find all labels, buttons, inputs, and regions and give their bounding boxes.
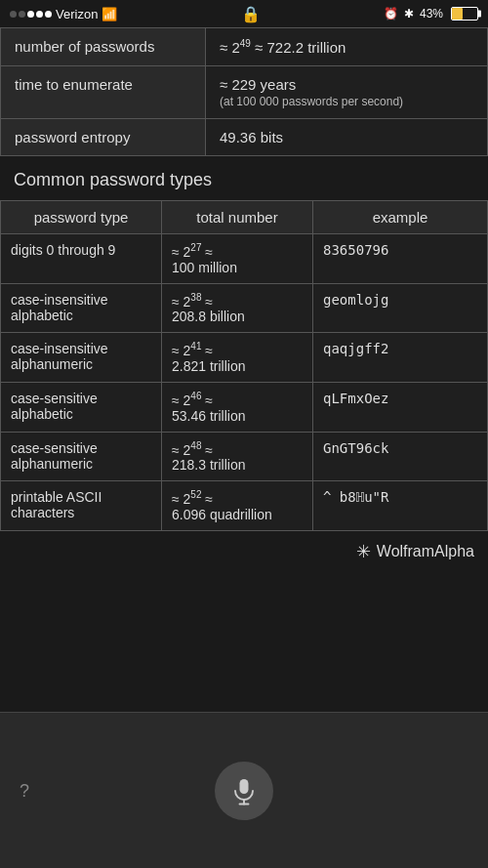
summary-subtext-2: (at 100 000 passwords per second): [220, 95, 473, 108]
number-cell-3: ≈ 241 ≈2.821 trillion: [162, 333, 313, 383]
table-row: number of passwords ≈ 249 ≈ 722.2 trilli…: [1, 28, 488, 66]
example-cell-2: geomlojg: [313, 283, 488, 333]
summary-label-2: time to enumerate: [1, 66, 206, 119]
question-label: ?: [20, 781, 29, 801]
wolfram-icon: ✳: [356, 541, 371, 562]
type-cell-6: printable ASCII characters: [1, 481, 162, 531]
summary-label-3: password entropy: [1, 119, 206, 156]
alarm-icon: ⏰: [384, 7, 398, 21]
type-cell-4: case-sensitive alphabetic: [1, 382, 162, 432]
summary-value-2: ≈ 229 years (at 100 000 passwords per se…: [206, 66, 488, 119]
wolfram-branding: ✳ WolframAlpha: [0, 531, 488, 572]
summary-value-3: 49.36 bits: [206, 119, 488, 156]
lock-icon: 🔒: [241, 5, 261, 23]
types-table: password type total number example digit…: [0, 200, 488, 531]
number-cell-1: ≈ 227 ≈100 million: [162, 234, 313, 284]
number-cell-6: ≈ 252 ≈6.096 quadrillion: [162, 481, 313, 531]
table-row: digits 0 through 9 ≈ 227 ≈100 million 83…: [1, 234, 488, 284]
signal-dot-1: [10, 11, 17, 18]
number-cell-5: ≈ 248 ≈218.3 trillion: [162, 432, 313, 481]
table-header-row: password type total number example: [1, 201, 488, 234]
table-row: printable ASCII characters ≈ 252 ≈6.096 …: [1, 481, 488, 531]
example-cell-3: qaqjgff2: [313, 333, 488, 383]
signal-dot-5: [45, 11, 52, 18]
number-cell-2: ≈ 238 ≈208.8 billion: [162, 283, 313, 333]
table-row: password entropy 49.36 bits: [1, 119, 488, 156]
carrier-name: Verizon: [56, 7, 98, 21]
type-cell-3: case-insensitive alphanumeric: [1, 333, 162, 383]
col-header-total: total number: [162, 201, 313, 234]
example-cell-4: qLFmxOez: [313, 382, 488, 432]
example-cell-5: GnGT96ck: [313, 432, 488, 481]
col-header-type: password type: [1, 201, 162, 234]
example-cell-6: ^ b8ℍu"R: [313, 481, 488, 531]
summary-label-1: number of passwords: [1, 28, 206, 66]
wifi-icon: 📶: [102, 7, 117, 21]
status-right: ⏰ ✱ 43%: [384, 7, 478, 21]
main-content: number of passwords ≈ 249 ≈ 722.2 trilli…: [0, 27, 488, 572]
signal-dots: [10, 11, 52, 18]
type-cell-5: case-sensitive alphanumeric: [1, 432, 162, 481]
summary-value-1: ≈ 249 ≈ 722.2 trillion: [206, 28, 488, 66]
table-row: case-sensitive alphanumeric ≈ 248 ≈218.3…: [1, 432, 488, 481]
status-left: Verizon 📶: [10, 7, 117, 21]
signal-dot-4: [36, 11, 43, 18]
svg-rect-0: [240, 779, 249, 794]
battery-percent: 43%: [420, 7, 443, 21]
bottom-toolbar: ?: [0, 712, 488, 868]
table-row: time to enumerate ≈ 229 years (at 100 00…: [1, 66, 488, 119]
battery-fill: [452, 8, 463, 20]
type-cell-1: digits 0 through 9: [1, 234, 162, 284]
signal-dot-3: [27, 11, 34, 18]
status-bar: Verizon 📶 🔒 ⏰ ✱ 43%: [0, 0, 488, 27]
number-cell-4: ≈ 246 ≈53.46 trillion: [162, 382, 313, 432]
summary-table: number of passwords ≈ 249 ≈ 722.2 trilli…: [0, 27, 488, 156]
microphone-button[interactable]: [215, 762, 273, 820]
bluetooth-icon: ✱: [404, 7, 414, 21]
table-row: case-sensitive alphabetic ≈ 246 ≈53.46 t…: [1, 382, 488, 432]
battery-icon: [451, 7, 478, 21]
table-row: case-insensitive alphanumeric ≈ 241 ≈2.8…: [1, 333, 488, 383]
section-heading: Common password types: [0, 156, 488, 200]
example-cell-1: 83650796: [313, 234, 488, 284]
type-cell-2: case-insensitive alphabetic: [1, 283, 162, 333]
wolfram-name: WolframAlpha: [377, 543, 474, 560]
signal-dot-2: [19, 11, 25, 18]
microphone-icon: [229, 776, 259, 806]
question-button[interactable]: ?: [20, 781, 29, 802]
table-row: case-insensitive alphabetic ≈ 238 ≈208.8…: [1, 283, 488, 333]
col-header-example: example: [313, 201, 488, 234]
